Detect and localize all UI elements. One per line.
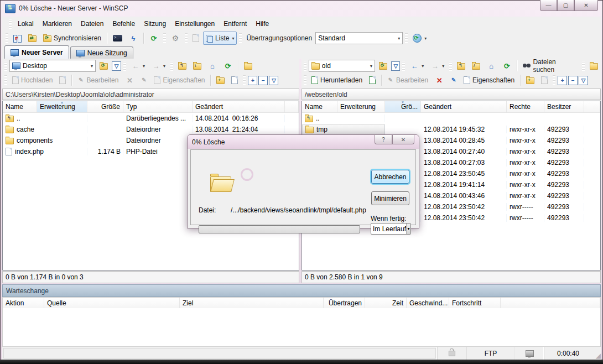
dialog-close-button[interactable]: ✕ (392, 135, 414, 144)
column-header-erweiterung[interactable]: Erweiterung (337, 101, 385, 112)
queue-column-quelle[interactable]: Quelle (44, 298, 180, 309)
transfer-preset-combobox[interactable]: Standard ▾ (315, 32, 403, 44)
menu-entfernt[interactable]: Entfernt (220, 18, 251, 29)
minimize-button[interactable]: — (540, 0, 557, 11)
column-header-groesse[interactable]: Größe (87, 101, 123, 112)
cancel-button[interactable]: Abbrechen (371, 170, 409, 184)
find-files-button[interactable]: Dateien suchen (520, 59, 580, 72)
file-row-tmp[interactable]: tmp 12.08.2014 19:45:32 rwxr-xr-x 492293 (302, 124, 600, 135)
menu-einstellungen[interactable]: Einstellungen (171, 18, 219, 29)
remote-tree-button[interactable] (587, 59, 601, 72)
local-select-button[interactable]: + (248, 76, 257, 85)
download-background-button[interactable] (366, 74, 378, 87)
column-header-geaendert[interactable]: Geändert (421, 101, 507, 112)
local-filter-button[interactable]: ▽ (112, 61, 121, 71)
remote-forward-button: →▾ (428, 59, 447, 72)
minimize-dialog-button[interactable]: Minimieren (371, 191, 409, 205)
menu-befehle[interactable]: Befehle (108, 18, 139, 29)
tab-neue-sitzung[interactable]: Neue Sitzung (70, 46, 133, 59)
remote-root-directory-button[interactable]: / (469, 59, 483, 72)
remote-home-directory-button[interactable]: ⌂ (484, 59, 498, 72)
local-back-button: ←▾ (128, 59, 148, 72)
synchronize-browsing-button[interactable]: ⇄ (25, 32, 39, 45)
refresh-button[interactable]: ⟳ (147, 32, 161, 45)
file-row-parent[interactable]: ↰.. Darüberliegendes ... 14.08.2014 00:1… (3, 113, 299, 124)
tree-icon (244, 63, 252, 70)
local-parent-directory-button[interactable]: ↰ (175, 59, 189, 72)
column-header-erweiterung[interactable]: ▴Erweiterung (37, 101, 87, 112)
queue-column-ziel[interactable]: Ziel (180, 298, 324, 309)
menu-hilfe[interactable]: Hilfe (252, 18, 273, 29)
menu-lokal[interactable]: Lokal (14, 18, 38, 29)
remote-filter-button[interactable]: ▽ (391, 61, 400, 71)
dialog-help-button[interactable]: ? (375, 135, 392, 144)
queue-column-zeit[interactable]: Zeit (365, 298, 407, 309)
remote-delete-button[interactable]: ✕ (432, 74, 446, 87)
column-header-geaendert[interactable]: Geändert (193, 101, 285, 112)
column-header-typ[interactable]: Typ (123, 101, 193, 112)
tab-neuer-server[interactable]: Neuer Server (4, 45, 69, 59)
chevron-down-icon: ▾ (143, 64, 145, 69)
local-new-folder-button[interactable]: + (214, 74, 227, 87)
custom-commands-button[interactable]: ϟ (126, 32, 141, 45)
queue-column-fortschritt[interactable]: Fortschritt (449, 298, 501, 309)
remote-selection-filter-button[interactable]: ▽ (579, 76, 588, 85)
open-console-button[interactable]: >_ (110, 32, 125, 45)
remote-select-button[interactable]: + (558, 76, 567, 85)
local-unselect-button[interactable]: − (258, 76, 268, 85)
column-header-rechte[interactable]: Rechte (507, 101, 544, 112)
remote-properties-button[interactable]: Eigenschaften (461, 74, 517, 87)
file-row-parent[interactable]: ↰.. (302, 113, 600, 124)
remote-rename-button[interactable]: ✎ (448, 74, 460, 87)
local-home-directory-button[interactable]: ⌂ (205, 59, 220, 72)
menu-dateien[interactable]: Dateien (77, 18, 107, 29)
local-selection-filter-button[interactable]: ▽ (269, 76, 278, 85)
list-view-button[interactable]: Liste ▾ (203, 32, 237, 45)
local-path-bar[interactable]: C:\Users\Kirsten\Desktop\Joomla\old\admi… (2, 89, 299, 100)
preferences-button[interactable]: ⚙ (168, 32, 183, 45)
chevron-down-icon[interactable]: ▾ (424, 36, 427, 41)
column-header-name[interactable]: Name (3, 101, 37, 112)
queue-column-aktion[interactable]: Aktion (3, 298, 44, 309)
local-open-directory-button[interactable]: ⟳ (97, 59, 111, 72)
column-header-besitzer[interactable]: Besitzer (544, 101, 584, 112)
local-refresh-button[interactable]: ⟳ (221, 59, 235, 72)
local-new-link-button[interactable] (228, 74, 241, 87)
chevron-down-icon[interactable]: ▾ (406, 223, 410, 234)
remote-unselect-button[interactable]: − (568, 76, 578, 85)
statusbar-server-cell[interactable] (514, 347, 544, 360)
queue-title-bar[interactable]: Warteschange (2, 284, 601, 297)
queue-list[interactable] (2, 308, 601, 347)
column-header-groesse[interactable]: ▾Grö... (385, 101, 421, 112)
chevron-down-icon[interactable]: ▾ (232, 36, 234, 41)
local-tree-button[interactable] (241, 59, 255, 72)
synchronize-remote-button[interactable]: ⟳ ▾ (410, 32, 429, 45)
local-root-directory-button[interactable]: \ (190, 59, 204, 72)
restore-button[interactable]: ▢ (557, 0, 574, 11)
menubar: Lokal Markieren Dateien Befehle Sitzung … (2, 17, 601, 31)
local-drive-combobox[interactable]: Desktop ▾ (9, 60, 96, 72)
queue-column-geschwindigkeit[interactable]: Geschwind... (407, 298, 449, 309)
remote-open-directory-button[interactable]: ⟳ (376, 59, 390, 72)
statusbar-security-cell[interactable] (437, 347, 466, 360)
file-row-cache[interactable]: cache Dateiordner 13.08.2014 21:24:04 (3, 124, 299, 135)
when-done-combobox[interactable]: Im Leerlauf ▾ (371, 223, 411, 235)
remote-parent-directory-button[interactable]: ↰ (454, 59, 468, 72)
remote-refresh-button[interactable]: ⟳ (500, 59, 514, 72)
remote-directory-combobox[interactable]: old ▾ (309, 60, 375, 72)
menu-sitzung[interactable]: Sitzung (140, 18, 170, 29)
download-button[interactable]: Herunterladen (309, 74, 365, 87)
commander-view-button[interactable]: ⇄ (11, 32, 24, 45)
chevron-down-icon[interactable]: ▾ (422, 64, 424, 69)
resize-grip[interactable]: ◢ (592, 347, 601, 360)
queue-column-uebertragen[interactable]: Übertragen (324, 298, 365, 309)
menu-markieren[interactable]: Markieren (39, 18, 76, 29)
close-button[interactable]: ✕ (574, 0, 598, 11)
synchronize-button[interactable]: ⟳ Synchronisieren (40, 32, 104, 45)
chevron-down-icon: ▾ (91, 64, 93, 69)
remote-path-bar[interactable]: /webseiten/old (301, 89, 601, 100)
remote-back-button[interactable]: ←▾ (407, 59, 427, 72)
statusbar-protocol-cell[interactable]: FTP (466, 347, 514, 360)
column-header-name[interactable]: Name (302, 101, 337, 112)
remote-new-folder-button[interactable]: + (523, 74, 537, 87)
